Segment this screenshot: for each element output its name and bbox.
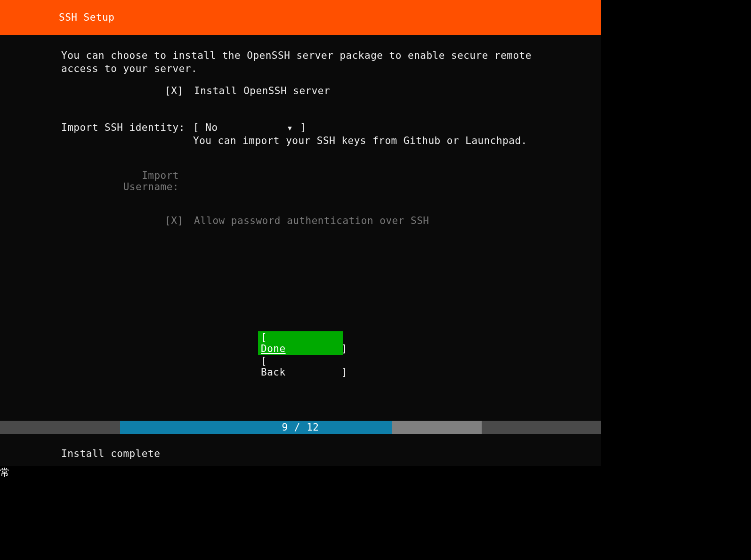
header-bar: SSH Setup (0, 0, 601, 35)
buttons-area: [ Done ] [ Back ] (0, 331, 601, 378)
content-area: You can choose to install the OpenSSH se… (0, 35, 601, 421)
install-openssh-label: Install OpenSSH server (194, 85, 330, 96)
import-identity-label: Import SSH identity: (61, 122, 193, 133)
page-title: SSH Setup (59, 12, 114, 23)
install-openssh-checkbox[interactable]: [X] (165, 85, 187, 96)
import-identity-row: Import SSH identity: [ No ▼ ] (61, 122, 542, 133)
dropdown-close-bracket: ] (294, 122, 306, 133)
dropdown-open-bracket: [ (193, 122, 205, 133)
footer: 9 / 12 Install complete (0, 421, 601, 466)
import-identity-value: [ No ▼ ] (193, 122, 542, 133)
spacer (61, 96, 542, 122)
back-button[interactable]: [ Back ] (258, 355, 343, 378)
dropdown-value: No (205, 122, 218, 133)
progress-text: 9 / 12 (0, 422, 601, 433)
installer-screen: SSH Setup You can choose to install the … (0, 0, 601, 466)
back-label: Back (261, 367, 286, 378)
done-label: Done (261, 343, 286, 354)
import-identity-help: You can import your SSH keys from Github… (193, 134, 542, 147)
allow-password-row: [X] Allow password authentication over S… (61, 215, 542, 226)
import-username-row: Import Username: (61, 170, 542, 192)
import-identity-dropdown[interactable]: [ No ▼ ] (193, 122, 306, 133)
status-text: Install complete (0, 434, 601, 466)
back-open-bracket: [ (261, 355, 267, 367)
import-username-label: Import Username: (61, 170, 193, 192)
done-button[interactable]: [ Done ] (258, 331, 343, 355)
progress-bar: 9 / 12 (0, 421, 601, 434)
install-openssh-checkbox-row: [X] Install OpenSSH server (61, 85, 542, 96)
allow-password-label: Allow password authentication over SSH (194, 215, 429, 226)
allow-password-checkbox: [X] (165, 215, 187, 226)
intro-text: You can choose to install the OpenSSH se… (61, 49, 542, 76)
done-open-bracket: [ (261, 332, 267, 343)
chevron-down-icon: ▼ (288, 124, 292, 132)
